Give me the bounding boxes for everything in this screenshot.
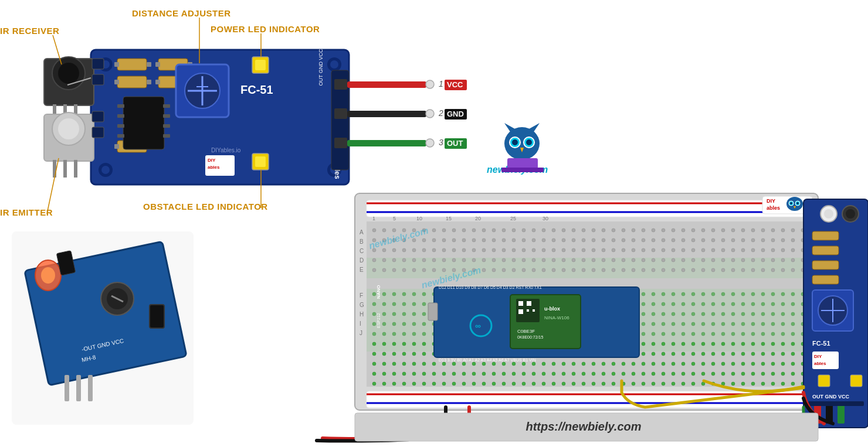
svg-point-514: [642, 322, 645, 326]
svg-rect-46: [255, 60, 266, 70]
svg-point-300: [711, 258, 715, 262]
svg-text:C: C: [360, 248, 364, 254]
svg-point-703: [771, 362, 775, 366]
svg-line-94: [47, 158, 59, 214]
svg-text:OUT: OUT: [447, 139, 463, 148]
svg-point-196: [552, 238, 555, 242]
svg-rect-73: [63, 104, 67, 122]
svg-point-199: [582, 238, 585, 242]
svg-point-235: [502, 248, 506, 252]
svg-point-4: [330, 60, 338, 69]
svg-point-661: [791, 352, 795, 356]
svg-point-273: [442, 258, 446, 262]
svg-point-144: [472, 228, 476, 232]
svg-point-583: [452, 342, 456, 346]
svg-point-576: [382, 342, 386, 346]
svg-point-317: [442, 268, 446, 272]
svg-point-589: [512, 342, 516, 346]
svg-point-470: [642, 312, 645, 316]
svg-point-292: [632, 258, 635, 262]
svg-line-88: [53, 35, 62, 64]
svg-point-233: [482, 248, 486, 252]
svg-point-709: [392, 372, 396, 376]
svg-point-767: [532, 382, 535, 385]
svg-rect-64: [445, 109, 467, 120]
svg-point-268: [392, 258, 396, 262]
svg-point-265: [801, 248, 805, 252]
svg-point-667: [412, 362, 416, 366]
svg-point-666: [402, 362, 406, 366]
svg-rect-112: [367, 391, 806, 408]
svg-point-432: [701, 302, 705, 306]
svg-point-371: [532, 292, 535, 296]
svg-point-510: [602, 322, 605, 326]
svg-point-343: [701, 268, 705, 272]
svg-point-492: [422, 322, 426, 326]
svg-point-788: [741, 382, 745, 385]
svg-rect-832: [812, 290, 853, 331]
svg-point-272: [432, 258, 436, 262]
svg-point-557: [632, 332, 635, 336]
svg-point-750: [801, 372, 805, 376]
svg-point-187: [462, 238, 466, 242]
svg-point-385: [672, 292, 675, 296]
svg-point-136: [392, 228, 396, 232]
svg-rect-50: [334, 79, 347, 90]
svg-rect-13: [155, 62, 160, 67]
svg-point-765: [512, 382, 516, 385]
svg-point-854: [35, 260, 61, 291]
svg-point-769: [552, 382, 555, 385]
svg-rect-55: [347, 111, 426, 117]
svg-point-745: [751, 372, 755, 376]
svg-point-428: [662, 302, 665, 306]
svg-point-679: [532, 362, 535, 366]
svg-rect-847: [355, 413, 818, 441]
svg-point-581: [432, 342, 436, 346]
svg-point-177: [801, 228, 805, 232]
svg-point-404: [422, 302, 426, 306]
svg-rect-846: [808, 401, 864, 406]
svg-point-172: [751, 228, 755, 232]
svg-point-332: [592, 268, 595, 272]
svg-rect-0: [91, 50, 349, 185]
svg-point-452: [462, 312, 466, 316]
svg-point-148: [512, 228, 516, 232]
svg-point-200: [592, 238, 595, 242]
svg-point-412: [502, 302, 506, 306]
svg-marker-100: [529, 123, 540, 132]
svg-point-323: [502, 268, 506, 272]
svg-point-267: [382, 258, 386, 262]
svg-point-494: [442, 322, 446, 326]
svg-marker-99: [504, 123, 515, 132]
svg-text:D13 3.3V B0  A0  A1  A2  A3  A: D13 3.3V B0 A0 A1 A2 A3 A4 A5 A6 A7 VBUS…: [439, 358, 536, 362]
svg-point-656: [741, 352, 745, 356]
svg-point-418: [562, 302, 565, 306]
svg-point-735: [652, 372, 655, 376]
svg-line-76: [67, 78, 91, 85]
svg-rect-80: [53, 160, 56, 178]
svg-text:H: H: [360, 311, 364, 318]
svg-point-617: [791, 342, 795, 346]
svg-point-419: [572, 302, 575, 306]
svg-rect-47: [252, 153, 269, 170]
svg-point-322: [492, 268, 496, 272]
svg-point-700: [741, 362, 745, 366]
svg-point-258: [731, 248, 735, 252]
svg-point-78: [52, 112, 85, 145]
svg-point-595: [572, 342, 575, 346]
svg-point-169: [721, 228, 725, 232]
svg-point-174: [771, 228, 775, 232]
svg-point-334: [612, 268, 615, 272]
svg-point-491: [412, 322, 416, 326]
svg-point-436: [741, 302, 745, 306]
svg-point-296: [672, 258, 675, 262]
svg-rect-22: [114, 144, 119, 149]
svg-point-520: [701, 322, 705, 326]
svg-point-59: [426, 139, 434, 147]
svg-point-768: [542, 382, 545, 385]
svg-point-659: [771, 352, 775, 356]
svg-point-215: [741, 238, 745, 242]
svg-point-217: [761, 238, 765, 242]
svg-point-335: [622, 268, 625, 272]
svg-point-591: [532, 342, 535, 346]
